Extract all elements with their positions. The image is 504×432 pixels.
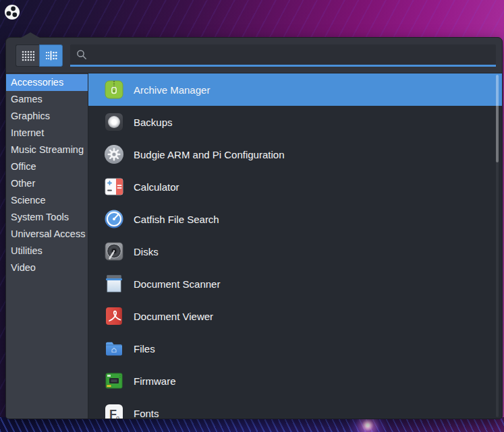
app-label: Files bbox=[134, 343, 155, 354]
category-system-tools[interactable]: System Tools bbox=[6, 209, 88, 226]
list-view-button[interactable] bbox=[39, 44, 63, 67]
category-universal-access[interactable]: Universal Access bbox=[6, 226, 88, 243]
applications-menu: Accessories Games Graphics Internet Musi… bbox=[5, 37, 503, 419]
gear-config-icon bbox=[103, 144, 125, 165]
menu-body: Accessories Games Graphics Internet Musi… bbox=[6, 73, 502, 419]
svg-text:o: o bbox=[116, 414, 119, 419]
category-other[interactable]: Other bbox=[6, 175, 88, 192]
catfish-search-icon bbox=[103, 208, 125, 230]
category-music-streaming[interactable]: Music Streaming bbox=[6, 142, 88, 158]
grid-view-button[interactable] bbox=[16, 44, 39, 67]
app-label: Firmware bbox=[134, 375, 176, 387]
budgie-logo-icon bbox=[4, 4, 20, 20]
app-row-catfish-file-search[interactable]: Catfish File Search bbox=[88, 203, 502, 235]
firmware-icon bbox=[103, 370, 125, 392]
app-row-fonts[interactable]: F o Fonts bbox=[88, 397, 502, 419]
backups-icon bbox=[103, 111, 125, 133]
budgie-menu-button[interactable] bbox=[4, 4, 20, 20]
menu-header bbox=[6, 38, 502, 73]
category-internet[interactable]: Internet bbox=[6, 125, 88, 142]
category-utilities[interactable]: Utilities bbox=[6, 243, 88, 259]
fonts-icon: F o bbox=[103, 402, 125, 419]
document-viewer-icon bbox=[103, 305, 125, 327]
category-graphics[interactable]: Graphics bbox=[6, 108, 88, 125]
app-label: Backups bbox=[134, 117, 173, 128]
archive-manager-icon bbox=[103, 79, 125, 100]
app-label: Catfish File Search bbox=[134, 214, 219, 225]
app-label: Archive Manager bbox=[134, 84, 210, 96]
app-label: Budgie ARM and Pi Configuration bbox=[134, 149, 284, 160]
app-list-scrollbar[interactable] bbox=[496, 75, 499, 417]
app-row-disks[interactable]: Disks bbox=[88, 235, 502, 268]
grid-view-icon bbox=[22, 50, 34, 61]
scrollbar-thumb[interactable] bbox=[496, 75, 499, 162]
app-row-calculator[interactable]: Calculator bbox=[88, 171, 502, 203]
app-label: Calculator bbox=[134, 181, 179, 193]
search-icon bbox=[76, 49, 87, 60]
app-row-files[interactable]: Files bbox=[88, 332, 502, 365]
category-games[interactable]: Games bbox=[6, 91, 88, 108]
category-office[interactable]: Office bbox=[6, 158, 88, 175]
list-view-icon bbox=[45, 50, 57, 61]
app-label: Document Scanner bbox=[134, 278, 220, 290]
app-row-document-viewer[interactable]: Document Viewer bbox=[88, 300, 502, 332]
app-label: Fonts bbox=[134, 408, 159, 419]
files-folder-icon bbox=[103, 338, 125, 359]
category-sidebar: Accessories Games Graphics Internet Musi… bbox=[6, 73, 88, 419]
category-accessories[interactable]: Accessories bbox=[6, 74, 88, 91]
app-row-document-scanner[interactable]: Document Scanner bbox=[88, 268, 502, 300]
category-science[interactable]: Science bbox=[6, 192, 88, 209]
app-row-archive-manager[interactable]: Archive Manager bbox=[88, 73, 502, 106]
app-row-backups[interactable]: Backups bbox=[88, 106, 502, 138]
category-video[interactable]: Video bbox=[6, 259, 88, 276]
app-row-budgie-arm-pi-configuration[interactable]: Budgie ARM and Pi Configuration bbox=[88, 138, 502, 171]
view-toggle bbox=[16, 44, 63, 67]
search-entry[interactable] bbox=[70, 44, 496, 67]
app-row-firmware[interactable]: Firmware bbox=[88, 365, 502, 397]
app-label: Document Viewer bbox=[134, 311, 213, 322]
document-scanner-icon bbox=[103, 273, 125, 295]
wallpaper-bottom bbox=[0, 417, 504, 432]
app-list: Archive Manager bbox=[88, 73, 502, 419]
disks-icon bbox=[103, 241, 125, 262]
calculator-icon bbox=[103, 176, 125, 197]
search-input[interactable] bbox=[92, 49, 496, 60]
app-label: Disks bbox=[134, 246, 159, 257]
